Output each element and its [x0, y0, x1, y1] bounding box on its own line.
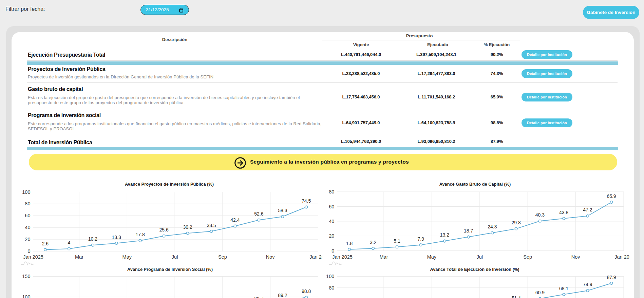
svg-text:80: 80: [329, 285, 334, 291]
svg-text:Nov: Nov: [571, 254, 581, 260]
svg-text:20: 20: [329, 233, 334, 239]
svg-text:42.4: 42.4: [230, 217, 240, 223]
svg-text:0: 0: [332, 248, 334, 254]
svg-text:74.5: 74.5: [302, 198, 311, 204]
svg-text:80.7: 80.7: [254, 296, 263, 298]
svg-text:18.7: 18.7: [464, 228, 473, 234]
svg-text:33.5: 33.5: [207, 223, 216, 228]
svg-text:4: 4: [68, 240, 70, 245]
svg-text:60: 60: [329, 204, 334, 209]
svg-text:51.4: 51.4: [511, 295, 520, 298]
svg-text:29.8: 29.8: [511, 220, 520, 225]
svg-text:Mar: Mar: [75, 254, 83, 260]
svg-text:58.3: 58.3: [278, 208, 287, 213]
svg-text:100: 100: [22, 189, 30, 195]
svg-text:0: 0: [27, 248, 30, 254]
svg-text:Jan 20: Jan 20: [309, 254, 322, 260]
svg-text:Jan 2025: Jan 2025: [23, 254, 43, 260]
svg-text:1.8: 1.8: [346, 241, 353, 246]
svg-text:60: 60: [25, 213, 30, 218]
svg-text:24.3: 24.3: [488, 224, 497, 229]
svg-text:Jul: Jul: [477, 254, 483, 260]
svg-text:Sep: Sep: [218, 254, 227, 260]
svg-text:Avance Gasto Bruto de Capital: Avance Gasto Bruto de Capital (%): [439, 182, 511, 187]
svg-text:100: 100: [22, 294, 30, 298]
svg-text:40.3: 40.3: [535, 212, 545, 218]
svg-text:43.8: 43.8: [559, 210, 568, 215]
svg-text:3.2: 3.2: [370, 240, 377, 245]
svg-text:Nov: Nov: [266, 254, 275, 260]
svg-text:20: 20: [25, 237, 30, 242]
svg-text:Mar: Mar: [380, 254, 388, 260]
svg-text:May: May: [427, 254, 437, 260]
svg-text:89.2: 89.2: [278, 293, 287, 298]
svg-text:Avance Proyectos de Inversión: Avance Proyectos de Inversión Pública (%…: [125, 182, 214, 187]
svg-text:52.6: 52.6: [254, 211, 263, 217]
svg-text:May: May: [122, 254, 132, 260]
svg-text:80: 80: [329, 189, 334, 194]
svg-text:87.9: 87.9: [607, 275, 616, 280]
svg-text:40: 40: [25, 225, 30, 230]
svg-text:Avance Total de Ejecución de I: Avance Total de Ejecución de Inversión (…: [430, 267, 519, 272]
svg-text:60.9: 60.9: [535, 290, 545, 295]
svg-text:65.9: 65.9: [607, 193, 616, 199]
svg-text:10.2: 10.2: [88, 236, 97, 242]
svg-text:150: 150: [22, 274, 30, 279]
svg-text:98.8: 98.8: [302, 288, 311, 294]
svg-text:25.6: 25.6: [159, 227, 168, 232]
svg-text:Jan 2025: Jan 2025: [332, 254, 353, 260]
svg-text:17.8: 17.8: [136, 232, 145, 237]
svg-text:Sep: Sep: [523, 254, 532, 260]
svg-text:30.2: 30.2: [183, 224, 192, 230]
svg-text:100: 100: [326, 274, 334, 279]
svg-text:Avance Programa de Inversión S: Avance Programa de Inversión Social (%): [127, 267, 213, 272]
svg-text:68.1: 68.1: [559, 286, 568, 291]
svg-text:74.9: 74.9: [583, 282, 592, 287]
svg-text:80: 80: [25, 201, 30, 206]
svg-text:2.6: 2.6: [42, 241, 49, 246]
svg-text:40: 40: [329, 219, 334, 224]
svg-text:5.1: 5.1: [394, 238, 400, 244]
svg-text:7.9: 7.9: [417, 236, 424, 242]
svg-text:13.2: 13.2: [440, 232, 449, 238]
svg-text:13.3: 13.3: [112, 235, 121, 240]
svg-text:47.2: 47.2: [583, 207, 592, 212]
svg-text:Jan 20: Jan 20: [614, 254, 629, 260]
svg-text:Jul: Jul: [172, 254, 178, 260]
